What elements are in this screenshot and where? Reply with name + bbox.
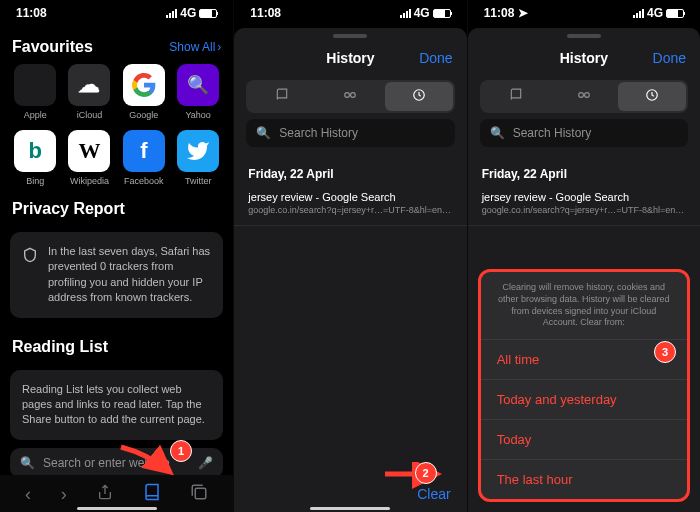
svg-rect-0 [196,488,207,499]
svg-point-1 [345,93,350,98]
seg-bookmarks[interactable] [482,82,550,111]
history-sheet: History Done 🔍 Search History Friday, 22… [234,28,466,512]
fav-wikipedia[interactable]: WWikipedia [66,130,112,186]
search-history-input[interactable]: 🔍 Search History [246,119,454,147]
segmented-control[interactable] [246,80,454,113]
history-title: History [560,50,608,66]
home-indicator[interactable] [310,507,390,510]
shield-icon [22,246,38,264]
history-title: History [326,50,374,66]
phone-screen-3: 11:08➤ 4G History Done 🔍 Search History … [467,0,700,512]
show-all-button[interactable]: Show All › [169,40,221,54]
status-time: 11:08 [16,6,47,20]
home-indicator[interactable] [77,507,157,510]
fav-twitter[interactable]: Twitter [175,130,221,186]
history-item[interactable]: jersey review - Google Search google.co.… [234,187,466,226]
phone-screen-2: 11:08 4G History Done 🔍 Search History F… [233,0,466,512]
step-badge-3: 3 [654,341,676,363]
done-button[interactable]: Done [653,50,686,66]
clear-today-yesterday[interactable]: Today and yesterday [481,380,687,420]
tabs-button[interactable] [190,483,208,506]
fav-yahoo[interactable]: 🔍Yahoo [175,64,221,120]
fav-facebook[interactable]: fFacebook [121,130,167,186]
search-icon: 🔍 [256,126,271,140]
share-button[interactable] [97,483,113,506]
history-date-header: Friday, 22 April [468,153,700,187]
seg-history[interactable] [618,82,686,111]
step-badge-2: 2 [415,462,437,484]
forward-button[interactable]: › [61,484,67,505]
done-button[interactable]: Done [419,50,452,66]
fav-apple[interactable]: Apple [12,64,58,120]
privacy-report-card[interactable]: In the last seven days, Safari has preve… [10,232,223,318]
fav-bing[interactable]: bBing [12,130,58,186]
search-icon: 🔍 [490,126,505,140]
drag-handle[interactable] [333,34,367,38]
clear-today[interactable]: Today [481,420,687,460]
seg-bookmarks[interactable] [248,82,316,111]
signal-icon [166,9,177,18]
history-item[interactable]: jersey review - Google Search google.co.… [468,187,700,226]
clear-action-sheet: Clearing will remove history, cookies an… [478,269,690,502]
favourites-title: Favourites [12,38,93,56]
privacy-report-title: Privacy Report [0,186,233,226]
reading-list-card: Reading List lets you collect web pages … [10,370,223,440]
location-icon: ➤ [518,6,528,20]
bookmarks-button[interactable] [143,483,161,506]
seg-reading-list[interactable] [316,82,384,111]
phone-screen-1: 11:08 4G Favourites Show All › Apple ☁iC… [0,0,233,512]
favourites-grid: Apple ☁iCloud Google 🔍Yahoo bBing WWikip… [0,64,233,186]
search-icon: 🔍 [20,456,35,470]
status-bar: 11:08 4G [0,0,233,24]
seg-reading-list[interactable] [550,82,618,111]
fav-google[interactable]: Google [121,64,167,120]
history-date-header: Friday, 22 April [234,153,466,187]
battery-icon [199,9,217,18]
reading-list-title: Reading List [0,324,233,364]
search-history-input[interactable]: 🔍 Search History [480,119,688,147]
status-bar: 11:08➤ 4G [468,0,700,24]
step-badge-1: 1 [170,440,192,462]
svg-point-4 [579,93,584,98]
status-bar: 11:08 4G [234,0,466,24]
segmented-control[interactable] [480,80,688,113]
history-sheet: History Done 🔍 Search History Friday, 22… [468,28,700,512]
seg-history[interactable] [385,82,453,111]
drag-handle[interactable] [567,34,601,38]
clear-message: Clearing will remove history, cookies an… [481,272,687,340]
svg-point-2 [351,93,356,98]
clear-last-hour[interactable]: The last hour [481,460,687,499]
network-label: 4G [180,6,196,20]
svg-point-5 [584,93,589,98]
back-button[interactable]: ‹ [25,484,31,505]
privacy-report-text: In the last seven days, Safari has preve… [48,244,211,306]
fav-icloud[interactable]: ☁iCloud [66,64,112,120]
mic-icon[interactable]: 🎤 [198,456,213,470]
